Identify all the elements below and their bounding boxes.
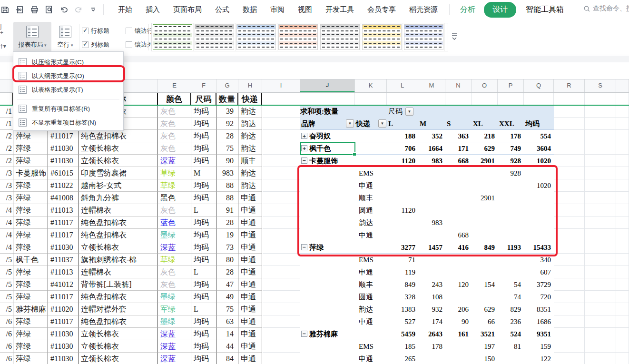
cell[interactable]: 63 (216, 315, 238, 328)
cell[interactable]: 立领长棉衣 (79, 353, 158, 364)
header-cell[interactable]: 数量 (216, 93, 238, 105)
column-header-M[interactable]: M (418, 79, 445, 92)
courier-label[interactable]: EMS (355, 340, 387, 353)
cell[interactable]: /5 (0, 266, 13, 278)
cell[interactable]: #11017 (48, 130, 79, 142)
column-header-Q[interactable]: Q (524, 79, 554, 92)
redo-icon[interactable] (73, 4, 84, 15)
column-header-K[interactable]: K (355, 79, 387, 92)
pivot-value-cell[interactable]: 171 (445, 142, 472, 155)
column-header-H[interactable]: H (238, 79, 262, 92)
header-cell[interactable] (0, 93, 13, 105)
toolbar-more-dropdown-icon[interactable] (88, 4, 98, 15)
cell[interactable]: 申通 (238, 353, 262, 364)
pivot-value-cell[interactable]: 352 (418, 130, 445, 142)
cell[interactable]: 92 (216, 118, 238, 130)
cell[interactable]: 80 (216, 254, 238, 266)
cell[interactable]: 均码 (191, 105, 216, 118)
cell[interactable]: 深蓝 (158, 155, 191, 167)
tab-会员专享[interactable]: 会员专享 (361, 2, 403, 17)
column-header-I[interactable]: I (262, 79, 300, 92)
cell[interactable]: /5 (0, 278, 13, 291)
cell[interactable]: 萍绿 (13, 340, 48, 353)
cell[interactable]: 旗袍刺绣棉衣-棉 (79, 254, 158, 266)
cell[interactable]: #11037 (48, 254, 79, 266)
pivot-value-cell[interactable]: 54 (498, 278, 524, 291)
pivot-value-cell[interactable]: 174 (418, 315, 445, 328)
cell[interactable]: #11030 (48, 328, 79, 340)
cell[interactable]: 28 (216, 130, 238, 142)
pivot-value-cell[interactable]: 90 (445, 315, 472, 328)
cell[interactable]: 草绿 (158, 179, 191, 192)
cell[interactable]: 萍绿 (13, 315, 48, 328)
cell[interactable]: /5 (0, 303, 13, 315)
cell[interactable]: /3 (0, 179, 13, 192)
cell[interactable]: 均码 (191, 229, 216, 241)
courier-label[interactable]: 顺丰 (355, 278, 387, 291)
cell[interactable]: 背带裤[工装裤] (79, 278, 158, 291)
cell[interactable]: #11017 (48, 315, 79, 328)
column-header-R[interactable]: R (554, 79, 585, 92)
pivot-value-cell[interactable]: 159 (524, 340, 554, 353)
subtotal-button-fragment[interactable]: ]+†▾ (0, 23, 11, 51)
pivot-value-cell[interactable]: 178 (418, 340, 445, 353)
cell[interactable]: #11013 (48, 204, 79, 216)
tab-公式[interactable]: 公式 (208, 2, 236, 17)
cell[interactable]: 灰色 (158, 118, 191, 130)
cell[interactable]: 枫千色 (13, 254, 48, 266)
courier-filter-dropdown[interactable]: ▼ (378, 119, 386, 128)
style-thumbnail-blue-violet[interactable] (403, 23, 445, 51)
pivot-value-cell[interactable]: 932 (418, 303, 445, 315)
tab-smart-toolbox[interactable]: 智能工具箱 (519, 2, 570, 18)
cell[interactable]: 均码 (191, 328, 216, 340)
tab-视图[interactable]: 视图 (291, 2, 319, 17)
pivot-value-cell[interactable]: 328 (387, 291, 418, 303)
cell[interactable]: 纯色盘扣棉衣 (79, 130, 158, 142)
cell[interactable]: 韵达 (238, 179, 262, 192)
cell[interactable]: 韵达 (238, 142, 262, 155)
pivot-value-cell[interactable]: 1686 (524, 315, 554, 328)
pivot-value-cell[interactable]: 524 (498, 328, 524, 340)
cell[interactable]: 39 (216, 105, 238, 118)
cell[interactable]: 申通 (238, 254, 262, 266)
cell[interactable]: 韵达 (238, 167, 262, 179)
cell[interactable]: 深蓝 (158, 241, 191, 254)
pivot-value-cell[interactable]: 178 (498, 130, 524, 142)
cell[interactable]: /4 (0, 204, 13, 216)
courier-label[interactable]: 韵达 (355, 303, 387, 315)
pivot-value-cell[interactable] (418, 353, 445, 364)
command-search[interactable]: 查找命令、搜 (583, 4, 629, 13)
cell[interactable]: 萍绿 (13, 291, 48, 303)
undo-icon[interactable] (59, 4, 69, 15)
column-header-G[interactable]: G (216, 79, 238, 92)
pivot-value-cell[interactable]: 3521 (472, 328, 498, 340)
pivot-value-cell[interactable]: 1383 (387, 303, 418, 315)
cell[interactable]: 申通 (238, 204, 262, 216)
cell[interactable]: M (191, 167, 216, 179)
column-header-O[interactable]: O (472, 79, 498, 92)
column-header-19[interactable] (616, 79, 629, 92)
cell[interactable]: 申通 (238, 340, 262, 353)
tab-稻壳资源[interactable]: 稻壳资源 (403, 2, 444, 17)
cell[interactable]: 黑色 (158, 192, 191, 204)
style-thumbnail-orange[interactable] (277, 23, 319, 51)
pivot-value-cell[interactable]: 8351 (524, 303, 554, 315)
pivot-value-cell[interactable] (472, 266, 498, 278)
pivot-value-cell[interactable]: 185 (387, 340, 418, 353)
size-column-header[interactable]: S (445, 118, 472, 130)
tab-开发工具[interactable]: 开发工具 (319, 2, 361, 17)
column-header-J[interactable]: J (300, 79, 355, 92)
menu-item-4[interactable]: 重复所有项目标签(R) (13, 102, 123, 116)
cell[interactable]: 73 (216, 241, 238, 254)
pivot-value-cell[interactable]: 554 (524, 130, 554, 142)
cell[interactable]: 均码 (191, 130, 216, 142)
cell[interactable]: 立领长棉衣 (79, 241, 158, 254)
column-header-F[interactable]: F (191, 79, 216, 92)
collapse-button[interactable]: − (301, 157, 307, 164)
menu-item-3[interactable]: 以表格形式显示(T) (13, 83, 123, 97)
cell[interactable]: 深蓝 (158, 340, 191, 353)
pivot-value-cell[interactable]: 9351 (524, 328, 554, 340)
pivot-value-cell[interactable]: 243 (418, 278, 445, 291)
pivot-value-cell[interactable]: 3604 (524, 142, 554, 155)
style-thumbnail-blue[interactable] (236, 23, 277, 51)
